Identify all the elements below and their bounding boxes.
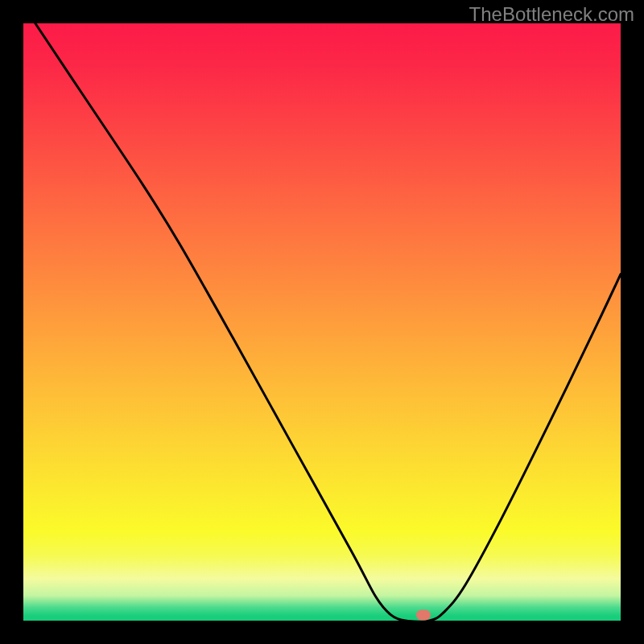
- watermark-text: TheBottleneck.com: [469, 3, 634, 26]
- chart-background: [23, 23, 621, 621]
- chart-plot-area: [23, 23, 621, 621]
- chart-frame: TheBottleneck.com: [0, 0, 644, 644]
- chart-svg: [23, 23, 621, 621]
- optimal-point-marker: [416, 609, 431, 620]
